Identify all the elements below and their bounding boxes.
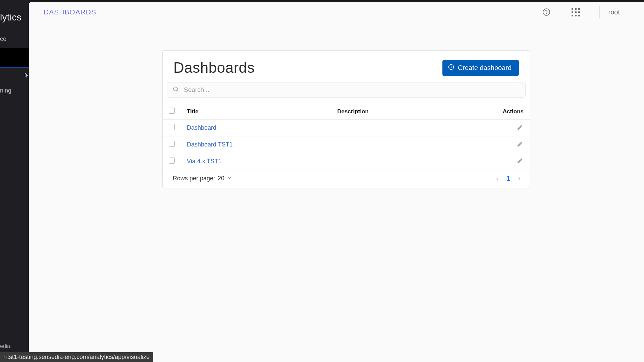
table-row: Via 4.x TST1 [163, 153, 530, 170]
row-checkbox[interactable] [169, 124, 175, 130]
search-input[interactable] [184, 86, 520, 94]
app-surface: DASHBOARDS root Dashboards Create dashbo… [29, 2, 644, 362]
search-bar[interactable] [167, 82, 526, 98]
table-row: Dashboard [163, 120, 530, 136]
sidebar-item-active[interactable] [0, 48, 29, 68]
status-url: r-tst1-testing.sensedia-eng.com/analytic… [0, 352, 153, 362]
dashboard-link[interactable]: Dashboard TST1 [187, 141, 233, 148]
help-icon[interactable] [542, 7, 551, 17]
svg-point-3 [173, 87, 177, 91]
dashboards-table: Title Description Actions Dashboard Da [163, 104, 530, 170]
create-dashboard-label: Create dashboard [458, 64, 512, 72]
plus-circle-icon [448, 64, 454, 72]
pagination: 1 [494, 175, 522, 182]
edit-icon[interactable] [516, 140, 524, 148]
current-page[interactable]: 1 [506, 175, 510, 182]
select-all-checkbox[interactable] [169, 108, 175, 114]
sidebar-item-0[interactable]: ce [0, 34, 6, 45]
rows-per-page-value: 20 [218, 175, 224, 182]
sidebar-footer: edia. [0, 343, 12, 349]
breadcrumb[interactable]: DASHBOARDS [44, 8, 96, 16]
col-header-title[interactable]: Title [181, 104, 331, 120]
chevron-down-icon [227, 175, 232, 182]
edit-icon[interactable] [516, 124, 524, 131]
svg-point-1 [546, 13, 547, 14]
rows-per-page-label: Rows per page: [173, 175, 215, 182]
col-header-description[interactable]: Description [331, 104, 444, 120]
dashboards-card: Dashboards Create dashboard [162, 50, 530, 188]
next-page-button[interactable] [516, 176, 522, 182]
page-title: Dashboards [173, 59, 255, 76]
topbar-divider [599, 6, 600, 18]
row-description [331, 136, 444, 153]
rows-per-page-select[interactable]: Rows per page: 20 [173, 175, 232, 182]
search-icon [172, 86, 179, 94]
dashboard-link[interactable]: Via 4.x TST1 [187, 158, 221, 165]
topbar: DASHBOARDS root [29, 2, 644, 22]
apps-grid-icon[interactable] [571, 7, 581, 17]
edit-icon[interactable] [516, 157, 524, 165]
dashboard-link[interactable]: Dashboard [187, 124, 216, 131]
row-checkbox[interactable] [169, 141, 175, 147]
cursor-pointer-icon [23, 72, 30, 81]
sidebar-item-2[interactable]: ning [0, 85, 11, 96]
sidebar: lytics ce ning edia. [0, 0, 29, 362]
brand-text: lytics [0, 12, 21, 23]
user-menu[interactable]: root [608, 8, 620, 16]
prev-page-button[interactable] [494, 176, 500, 182]
table-row: Dashboard TST1 [163, 136, 530, 153]
col-header-actions: Actions [444, 104, 530, 120]
row-checkbox[interactable] [169, 158, 175, 164]
row-description [331, 153, 444, 170]
create-dashboard-button[interactable]: Create dashboard [442, 60, 519, 76]
row-description [331, 120, 444, 136]
